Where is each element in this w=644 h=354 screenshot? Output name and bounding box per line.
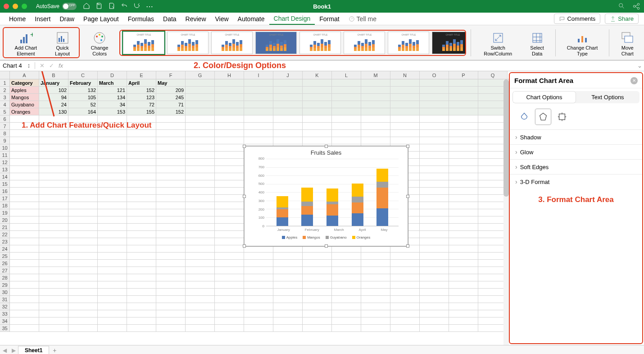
chart-bar[interactable] <box>376 169 388 226</box>
cell[interactable] <box>156 188 186 195</box>
cell[interactable] <box>98 173 127 180</box>
cell[interactable]: 245 <box>156 94 186 101</box>
cell[interactable] <box>332 108 361 115</box>
row-header[interactable]: 2 <box>0 87 10 94</box>
cell[interactable] <box>127 289 156 296</box>
cell[interactable] <box>303 296 332 303</box>
cell[interactable] <box>215 325 244 332</box>
cell[interactable] <box>98 216 127 224</box>
sheet-nav-prev[interactable]: ◀ <box>0 347 9 354</box>
cell[interactable] <box>39 188 68 195</box>
cell[interactable]: January <box>39 79 68 87</box>
cell[interactable] <box>68 224 98 231</box>
cell[interactable] <box>127 159 156 166</box>
format-section-soft-edges[interactable]: Soft Edges <box>510 159 642 174</box>
row-header[interactable]: 29 <box>0 281 10 289</box>
cell[interactable] <box>10 224 39 231</box>
cell[interactable] <box>127 152 156 159</box>
chart-style-option[interactable]: CHART TITLE <box>299 32 341 54</box>
cell[interactable] <box>420 310 449 317</box>
cell[interactable] <box>273 296 303 303</box>
cell[interactable] <box>332 137 361 144</box>
cell[interactable] <box>273 303 303 310</box>
add-chart-element-button[interactable]: + Add Chart Element <box>5 29 47 56</box>
row-header[interactable]: 5 <box>0 108 10 115</box>
cell[interactable] <box>449 209 478 216</box>
cell[interactable] <box>39 245 68 253</box>
column-header[interactable]: Q <box>478 71 508 79</box>
cell[interactable] <box>390 289 420 296</box>
cell[interactable] <box>303 94 332 101</box>
cell[interactable] <box>127 267 156 274</box>
cell[interactable] <box>68 317 98 325</box>
cell[interactable] <box>10 188 39 195</box>
cell[interactable] <box>127 260 156 267</box>
cell[interactable] <box>449 296 478 303</box>
cell[interactable] <box>215 317 244 325</box>
column-header[interactable]: C <box>68 71 98 79</box>
column-header[interactable]: G <box>186 71 215 79</box>
cell[interactable] <box>361 137 390 144</box>
cell[interactable] <box>156 115 186 123</box>
cell[interactable] <box>449 173 478 180</box>
text-options-tab[interactable]: Text Options <box>576 91 639 103</box>
size-properties-icon[interactable] <box>554 109 570 125</box>
cell[interactable] <box>156 303 186 310</box>
cell[interactable] <box>361 130 390 137</box>
column-header[interactable]: B <box>39 71 68 79</box>
cell[interactable] <box>186 224 215 231</box>
cell[interactable] <box>10 152 39 159</box>
cell[interactable] <box>332 130 361 137</box>
cell[interactable] <box>98 296 127 303</box>
move-chart-button[interactable]: Move Chart <box>614 27 641 58</box>
chart-style-option[interactable]: CHART TITLE <box>123 32 164 54</box>
cell[interactable] <box>244 245 273 253</box>
quick-layout-button[interactable]: Quick Layout <box>47 29 78 56</box>
cell[interactable] <box>68 152 98 159</box>
sheet-nav-next[interactable]: ▶ <box>9 347 18 354</box>
collapse-formula-bar-button[interactable]: ⌄ <box>635 62 644 69</box>
cell[interactable] <box>244 108 273 115</box>
cell[interactable] <box>39 310 68 317</box>
cell[interactable] <box>156 325 186 332</box>
select-data-button[interactable]: Select Data <box>523 27 551 58</box>
cell[interactable] <box>10 130 39 137</box>
column-header[interactable]: N <box>390 71 420 79</box>
undo-icon[interactable] <box>121 2 128 9</box>
cell[interactable] <box>420 144 449 152</box>
cell[interactable] <box>215 137 244 144</box>
cell[interactable] <box>10 274 39 281</box>
cell[interactable] <box>127 209 156 216</box>
cell[interactable] <box>68 310 98 317</box>
cell[interactable] <box>186 166 215 173</box>
cell[interactable] <box>332 115 361 123</box>
cell[interactable] <box>361 260 390 267</box>
add-sheet-button[interactable]: + <box>49 347 60 354</box>
cell[interactable] <box>390 115 420 123</box>
cell[interactable] <box>390 317 420 325</box>
row-header[interactable]: 20 <box>0 216 10 224</box>
cell[interactable] <box>39 260 68 267</box>
cell[interactable] <box>449 224 478 231</box>
cell[interactable]: 152 <box>156 108 186 115</box>
cell[interactable] <box>186 325 215 332</box>
cell[interactable] <box>68 166 98 173</box>
cell[interactable]: 72 <box>127 101 156 108</box>
cell[interactable] <box>449 152 478 159</box>
cell[interactable] <box>361 267 390 274</box>
cell[interactable] <box>449 216 478 224</box>
cell[interactable] <box>215 166 244 173</box>
cell[interactable] <box>420 260 449 267</box>
cell[interactable] <box>39 267 68 274</box>
cell[interactable] <box>127 238 156 245</box>
cell[interactable] <box>390 130 420 137</box>
cell[interactable] <box>361 253 390 260</box>
legend-item[interactable]: Mangos <box>303 235 320 239</box>
cell[interactable] <box>244 94 273 101</box>
cell[interactable]: 152 <box>127 87 156 94</box>
cell[interactable] <box>332 79 361 87</box>
cell[interactable] <box>361 289 390 296</box>
row-header[interactable]: 6 <box>0 115 10 123</box>
row-header[interactable]: 3 <box>0 94 10 101</box>
cell[interactable] <box>39 281 68 289</box>
